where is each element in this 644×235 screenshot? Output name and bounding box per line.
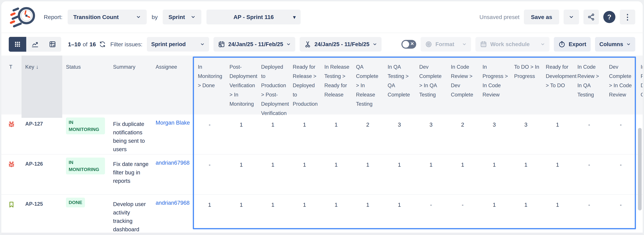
transition-count-cell: 1 bbox=[289, 195, 321, 234]
transition-count-cell: 1 bbox=[384, 154, 416, 194]
period-filter-dropdown[interactable]: Sprint period bbox=[147, 37, 209, 52]
status-badge: DONE bbox=[66, 198, 85, 207]
app-window: Report: Transition Count by Sprint AP - … bbox=[1, 1, 643, 235]
more-actions-button[interactable]: ⋮ bbox=[620, 10, 635, 25]
app-logo-stopwatch-icon bbox=[9, 5, 37, 30]
calendar-icon bbox=[480, 41, 487, 48]
column-header-assignee[interactable]: Assignee bbox=[152, 56, 194, 118]
column-header-transition[interactable]: In Progress > Dev Complete bbox=[637, 56, 643, 118]
column-header-transition[interactable]: Post-Deployment Verification > In Monito… bbox=[226, 56, 258, 118]
column-header-transition[interactable]: In Code Review > Dev Complete bbox=[447, 56, 479, 118]
date-range-dropdown[interactable]: 24/Jan/25 - 11/Feb/25 bbox=[214, 37, 296, 52]
column-header-transition[interactable]: To DO > In Progress bbox=[510, 56, 542, 118]
column-header-key[interactable]: Key ↓ bbox=[22, 56, 62, 118]
group-by-dropdown[interactable]: Sprint bbox=[163, 10, 202, 25]
report-label: Report: bbox=[44, 14, 62, 20]
column-header-transition[interactable]: In Code Review > In QA Testing bbox=[574, 56, 605, 118]
transition-count-cell: 2 bbox=[447, 114, 479, 154]
columns-label: Columns bbox=[600, 41, 623, 48]
columns-dropdown[interactable]: Columns bbox=[595, 37, 635, 52]
column-header-type[interactable]: T bbox=[1, 56, 22, 118]
calendar-clock-icon bbox=[218, 41, 225, 48]
transition-count-cell: 1 bbox=[510, 154, 542, 194]
column-header-transition[interactable]: Ready for Release > Deployed to Producti… bbox=[289, 56, 321, 118]
chevron-down-icon bbox=[200, 42, 205, 47]
filter-issues-label: Filter issues: bbox=[110, 41, 142, 48]
work-schedule-label: Work schedule bbox=[490, 41, 530, 48]
transition-count-cell: 1 bbox=[542, 195, 574, 234]
chart-view-button[interactable] bbox=[26, 37, 44, 52]
column-header-transition[interactable]: In Progress > In Code Review bbox=[479, 56, 510, 118]
key-header-label: Key bbox=[25, 62, 34, 72]
result-total: 16 bbox=[90, 41, 96, 48]
column-header-transition[interactable]: Dev Complete > In QA Testing bbox=[416, 56, 447, 118]
transition-count-cell: 1 bbox=[194, 195, 226, 234]
save-options-dropdown[interactable] bbox=[564, 10, 579, 25]
line-chart-icon bbox=[31, 40, 39, 48]
question-mark-icon: ? bbox=[607, 13, 611, 21]
transition-count-cell: 3 bbox=[416, 114, 447, 154]
transition-count-cell: - bbox=[605, 154, 637, 194]
export-label: Export bbox=[569, 41, 586, 48]
trim-range-dropdown[interactable]: 24/Jan/25 - 11/Feb/25 bbox=[300, 37, 382, 52]
format-dropdown[interactable]: Format bbox=[420, 37, 471, 52]
chevron-down-icon bbox=[136, 15, 141, 20]
transition-count-cell: 1 bbox=[226, 114, 258, 154]
pivot-view-button[interactable] bbox=[44, 37, 61, 52]
transition-count-cell: 1 bbox=[510, 195, 542, 234]
issue-summary: Develop user activity tracking dashboard bbox=[109, 195, 152, 234]
transition-count-cell: 1 bbox=[352, 195, 384, 234]
transition-count-cell: 1 bbox=[447, 154, 479, 194]
column-header-transition[interactable]: In Monitoring > Done bbox=[194, 56, 226, 118]
column-header-summary[interactable]: Summary bbox=[109, 56, 152, 118]
table-toolbar: 1–10 of 16 Filter issues: Sprint period bbox=[1, 33, 643, 56]
horizontal-scrollbar-track[interactable] bbox=[1, 233, 643, 235]
export-button[interactable]: Export bbox=[554, 37, 591, 52]
transition-count-cell: 2 bbox=[352, 114, 384, 154]
assignee-link[interactable]: Morgan Blake bbox=[156, 120, 190, 126]
column-header-transition[interactable]: Dev Complete > In Code Review bbox=[605, 56, 637, 118]
sort-descending-icon: ↓ bbox=[36, 62, 38, 72]
table-row: AP-126IN MONITORINGFix date range filter… bbox=[1, 154, 643, 195]
column-header-transition[interactable]: QA Complete > In Release Testing bbox=[352, 56, 384, 118]
column-header-transition[interactable]: Ready for Development > To DO bbox=[542, 56, 574, 118]
share-button[interactable] bbox=[584, 10, 599, 25]
bug-icon bbox=[8, 121, 15, 154]
transition-count-cell: 1 bbox=[258, 195, 289, 234]
chevron-down-icon bbox=[286, 42, 291, 47]
report-type-dropdown[interactable]: Transition Count bbox=[68, 10, 147, 25]
status-badge: IN MONITORING bbox=[66, 118, 105, 134]
transition-count-cell: 1 bbox=[321, 195, 352, 234]
transition-count-cell: 1 bbox=[321, 114, 352, 154]
column-header-transition[interactable]: In Release Testing > Ready for Release bbox=[321, 56, 352, 118]
date-range-value: 24/Jan/25 - 11/Feb/25 bbox=[228, 41, 283, 48]
group-by-value: Sprint bbox=[168, 14, 185, 20]
column-header-transition[interactable]: In QA Testing > QA Complete bbox=[384, 56, 416, 118]
chevron-down-icon bbox=[372, 42, 377, 47]
assignee-link[interactable]: andrian67968 bbox=[156, 200, 190, 206]
transition-count-cell: 1 bbox=[289, 154, 321, 194]
save-as-button[interactable]: Save as bbox=[524, 10, 559, 25]
toggle-off-icon: ✕ bbox=[410, 41, 414, 47]
transition-count-cell: 1 bbox=[384, 195, 416, 234]
column-header-transition[interactable]: Deployed to Production > Post-Deployment… bbox=[258, 56, 289, 118]
format-toggle[interactable]: ✕ bbox=[402, 40, 416, 49]
transition-count-cell: - bbox=[194, 114, 226, 154]
help-button[interactable]: ? bbox=[603, 11, 616, 23]
sprint-select-dropdown[interactable]: AP - Sprint 116 ▾ bbox=[206, 10, 301, 25]
view-switcher bbox=[9, 37, 61, 52]
column-header-status[interactable]: Status bbox=[62, 56, 109, 118]
work-schedule-dropdown[interactable]: Work schedule bbox=[476, 37, 550, 52]
vertical-scrollbar-thumb[interactable] bbox=[638, 128, 642, 210]
trim-range-value: 24/Jan/25 - 11/Feb/25 bbox=[314, 41, 370, 48]
preset-status: Unsaved preset bbox=[480, 14, 520, 20]
table-view-button[interactable] bbox=[9, 37, 26, 52]
refresh-icon[interactable] bbox=[99, 41, 106, 48]
assignee-link[interactable]: andrian67968 bbox=[156, 160, 190, 166]
chevron-down-icon bbox=[540, 42, 545, 47]
toggle-knob bbox=[402, 41, 409, 48]
transition-count-cell: - bbox=[605, 195, 637, 234]
transition-count-cell: 1 bbox=[352, 154, 384, 194]
transition-count-cell: - bbox=[416, 195, 447, 234]
bullseye-icon bbox=[425, 41, 432, 48]
